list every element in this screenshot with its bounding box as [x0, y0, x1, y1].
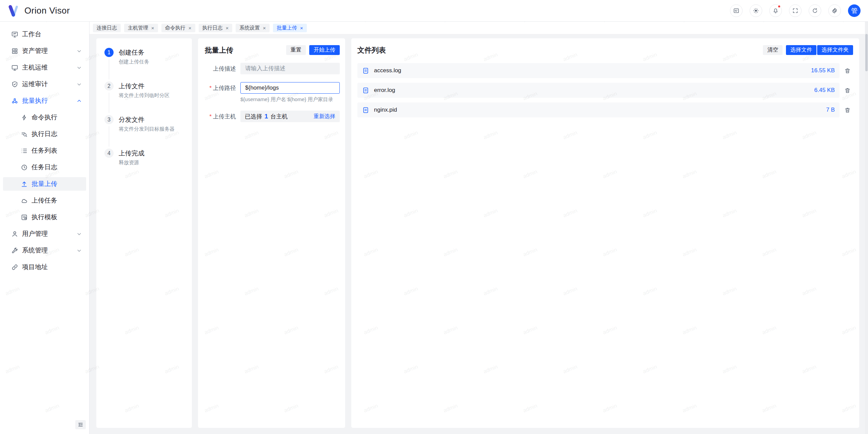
- sidebar-item-label: 系统管理: [22, 246, 48, 255]
- tab-connect-log[interactable]: 连接日志: [93, 24, 121, 32]
- upload-form-panel: 批量上传 重置 开始上传 上传描述 上传路径 ${username} 用户名 $…: [198, 38, 345, 428]
- file-size: 6.45 KB: [814, 87, 835, 94]
- sidebar-item-project-link[interactable]: 项目地址: [3, 260, 86, 274]
- file-item: nginx.pid 7 B: [357, 102, 840, 117]
- file-icon: [362, 107, 369, 114]
- delete-file-icon[interactable]: [842, 68, 853, 74]
- reselect-host-link[interactable]: 重新选择: [314, 113, 335, 120]
- console-icon[interactable]: [730, 4, 743, 17]
- step-number: 3: [104, 115, 114, 124]
- link-icon: [11, 264, 18, 271]
- close-icon[interactable]: ×: [263, 25, 266, 31]
- scrollbar-track: [865, 22, 868, 434]
- assets-icon: [11, 48, 18, 55]
- sidebar: 工作台 资产管理 主机运维 运维审计: [0, 22, 90, 434]
- upload-path-input[interactable]: [240, 82, 340, 94]
- sidebar-item-batch-upload[interactable]: 批量上传: [3, 177, 86, 191]
- header-actions: 管: [730, 4, 861, 17]
- brand: Orion Visor: [7, 5, 70, 17]
- sidebar-item-exec-template[interactable]: 执行模板: [3, 210, 86, 224]
- step-upload-files: 2 上传文件 将文件上传到临时分区: [103, 81, 185, 115]
- sidebar-item-batch-exec[interactable]: 批量执行: [3, 94, 86, 108]
- upload-host-label: 上传主机: [205, 113, 236, 120]
- cloud-icon: [21, 197, 28, 204]
- select-file-button[interactable]: 选择文件: [786, 45, 816, 55]
- close-icon[interactable]: ×: [151, 25, 154, 31]
- lightning-icon: [21, 114, 28, 121]
- theme-icon[interactable]: [750, 4, 762, 17]
- file-item: error.log 6.45 KB: [357, 83, 840, 98]
- wrench-icon: [11, 247, 18, 254]
- step-title: 分发文件: [119, 115, 185, 124]
- brand-logo-icon: [7, 5, 20, 17]
- step-desc: 将文件上传到临时分区: [119, 92, 185, 99]
- step-title: 上传文件: [119, 81, 185, 91]
- sidebar-item-audit[interactable]: 运维审计: [3, 77, 86, 91]
- sidebar-item-upload-task[interactable]: 上传任务: [3, 194, 86, 207]
- sidebar-item-user-mgmt[interactable]: 用户管理: [3, 227, 86, 241]
- sidebar-item-task-log[interactable]: 任务日志: [3, 161, 86, 174]
- main-area: 连接日志 主机管理 × 命令执行 × 执行日志 × 系统设置 × 批量上传 × …: [90, 22, 868, 434]
- file-name: error.log: [374, 87, 395, 94]
- start-upload-button[interactable]: 开始上传: [309, 45, 340, 55]
- sidebar-item-label: 主机运维: [22, 63, 48, 72]
- sidebar-item-label: 任务日志: [32, 163, 57, 172]
- tab-system-settings[interactable]: 系统设置 ×: [236, 24, 270, 32]
- delete-file-icon[interactable]: [842, 107, 853, 113]
- file-name: nginx.pid: [374, 107, 397, 113]
- file-list-panel: 文件列表 清空 选择文件 选择文件夹 a: [351, 38, 859, 428]
- fullscreen-icon[interactable]: [789, 4, 802, 17]
- upload-path-label: 上传路径: [205, 84, 236, 92]
- close-icon[interactable]: ×: [226, 25, 229, 31]
- dashboard-icon: [11, 31, 18, 38]
- collapse-sidebar-button[interactable]: [75, 420, 86, 429]
- refresh-icon[interactable]: [809, 4, 821, 17]
- user-icon: [11, 230, 18, 238]
- chevron-down-icon: [76, 231, 82, 237]
- list-icon: [21, 147, 28, 154]
- sidebar-item-label: 执行模板: [32, 213, 57, 222]
- close-icon[interactable]: ×: [300, 25, 303, 31]
- tab-command-exec[interactable]: 命令执行 ×: [161, 24, 195, 32]
- tab-host-mgmt[interactable]: 主机管理 ×: [124, 24, 158, 32]
- sidebar-item-task-list[interactable]: 任务列表: [3, 144, 86, 157]
- settings-icon[interactable]: [828, 4, 841, 17]
- upload-icon: [21, 181, 28, 188]
- sidebar-item-assets[interactable]: 资产管理: [3, 44, 86, 58]
- file-name: access.log: [374, 67, 401, 74]
- chevron-down-icon: [76, 65, 82, 71]
- step-title: 创建任务: [119, 48, 185, 57]
- sidebar-item-label: 任务列表: [32, 146, 57, 155]
- clock-icon: [21, 164, 28, 171]
- sidebar-item-label: 命令执行: [32, 113, 57, 122]
- file-icon: [362, 67, 369, 74]
- file-row: access.log 16.55 KB: [357, 63, 853, 78]
- upload-desc-input[interactable]: [240, 63, 340, 74]
- delete-file-icon[interactable]: [842, 87, 853, 94]
- content-area: 1 创建任务 创建上传任务 2 上传文件 将文件上传到临时分区 3 分发文件 将…: [90, 34, 868, 434]
- avatar[interactable]: 管: [848, 4, 861, 17]
- sidebar-item-label: 用户管理: [22, 229, 48, 238]
- app-header: Orion Visor: [0, 0, 868, 22]
- sidebar-item-system-mgmt[interactable]: 系统管理: [3, 244, 86, 257]
- tab-exec-log[interactable]: 执行日志 ×: [199, 24, 233, 32]
- sidebar-item-host-ops[interactable]: 主机运维: [3, 61, 86, 74]
- file-row: nginx.pid 7 B: [357, 102, 853, 117]
- tab-bar: 连接日志 主机管理 × 命令执行 × 执行日志 × 系统设置 × 批量上传 ×: [90, 22, 868, 34]
- reset-button[interactable]: 重置: [286, 45, 306, 55]
- sidebar-item-exec-log[interactable]: 执行日志: [3, 127, 86, 141]
- sidebar-item-workbench[interactable]: 工作台: [3, 27, 86, 41]
- select-folder-button[interactable]: 选择文件夹: [817, 45, 853, 55]
- shield-check-icon: [11, 81, 18, 88]
- scrollbar-thumb[interactable]: [865, 34, 868, 71]
- clear-files-button[interactable]: 清空: [763, 45, 783, 55]
- chevron-down-icon: [76, 81, 82, 87]
- close-icon[interactable]: ×: [189, 25, 192, 31]
- notifications-icon[interactable]: [769, 4, 782, 17]
- file-size: 7 B: [826, 107, 835, 113]
- upload-host-field: 已选择 1 台主机 重新选择: [240, 111, 340, 122]
- sidebar-item-command-exec[interactable]: 命令执行: [3, 111, 86, 124]
- sidebar-item-label: 项目地址: [22, 263, 48, 271]
- sidebar-item-label: 上传任务: [32, 196, 57, 205]
- tab-batch-upload[interactable]: 批量上传 ×: [273, 24, 307, 32]
